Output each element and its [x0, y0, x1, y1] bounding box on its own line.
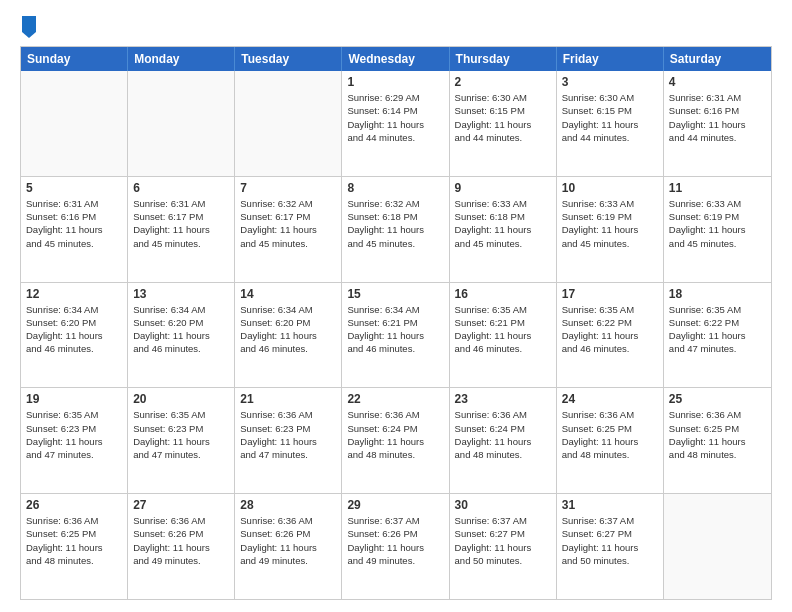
- day-number: 18: [669, 287, 766, 301]
- calendar-cell: 13Sunrise: 6:34 AM Sunset: 6:20 PM Dayli…: [128, 283, 235, 388]
- calendar-cell: 11Sunrise: 6:33 AM Sunset: 6:19 PM Dayli…: [664, 177, 771, 282]
- day-info: Sunrise: 6:34 AM Sunset: 6:20 PM Dayligh…: [26, 303, 122, 356]
- day-number: 9: [455, 181, 551, 195]
- day-info: Sunrise: 6:36 AM Sunset: 6:24 PM Dayligh…: [455, 408, 551, 461]
- calendar-cell: 7Sunrise: 6:32 AM Sunset: 6:17 PM Daylig…: [235, 177, 342, 282]
- calendar-cell: 20Sunrise: 6:35 AM Sunset: 6:23 PM Dayli…: [128, 388, 235, 493]
- calendar-cell: 17Sunrise: 6:35 AM Sunset: 6:22 PM Dayli…: [557, 283, 664, 388]
- day-number: 25: [669, 392, 766, 406]
- day-info: Sunrise: 6:36 AM Sunset: 6:26 PM Dayligh…: [133, 514, 229, 567]
- day-number: 31: [562, 498, 658, 512]
- calendar-cell: [21, 71, 128, 176]
- calendar-cell: 5Sunrise: 6:31 AM Sunset: 6:16 PM Daylig…: [21, 177, 128, 282]
- day-info: Sunrise: 6:36 AM Sunset: 6:25 PM Dayligh…: [26, 514, 122, 567]
- calendar-cell: 1Sunrise: 6:29 AM Sunset: 6:14 PM Daylig…: [342, 71, 449, 176]
- day-number: 5: [26, 181, 122, 195]
- header: [20, 16, 772, 38]
- calendar-page: SundayMondayTuesdayWednesdayThursdayFrid…: [0, 0, 792, 612]
- calendar-cell: 26Sunrise: 6:36 AM Sunset: 6:25 PM Dayli…: [21, 494, 128, 599]
- calendar-cell: 15Sunrise: 6:34 AM Sunset: 6:21 PM Dayli…: [342, 283, 449, 388]
- day-header-thursday: Thursday: [450, 47, 557, 71]
- day-number: 2: [455, 75, 551, 89]
- day-info: Sunrise: 6:35 AM Sunset: 6:22 PM Dayligh…: [562, 303, 658, 356]
- day-number: 19: [26, 392, 122, 406]
- day-header-sunday: Sunday: [21, 47, 128, 71]
- calendar-cell: 3Sunrise: 6:30 AM Sunset: 6:15 PM Daylig…: [557, 71, 664, 176]
- day-info: Sunrise: 6:35 AM Sunset: 6:21 PM Dayligh…: [455, 303, 551, 356]
- calendar-cell: 10Sunrise: 6:33 AM Sunset: 6:19 PM Dayli…: [557, 177, 664, 282]
- day-number: 3: [562, 75, 658, 89]
- day-number: 16: [455, 287, 551, 301]
- calendar-cell: 16Sunrise: 6:35 AM Sunset: 6:21 PM Dayli…: [450, 283, 557, 388]
- calendar-cell: 29Sunrise: 6:37 AM Sunset: 6:26 PM Dayli…: [342, 494, 449, 599]
- calendar-cell: 21Sunrise: 6:36 AM Sunset: 6:23 PM Dayli…: [235, 388, 342, 493]
- day-info: Sunrise: 6:32 AM Sunset: 6:18 PM Dayligh…: [347, 197, 443, 250]
- calendar-body: 1Sunrise: 6:29 AM Sunset: 6:14 PM Daylig…: [21, 71, 771, 599]
- day-info: Sunrise: 6:33 AM Sunset: 6:19 PM Dayligh…: [562, 197, 658, 250]
- calendar-cell: 23Sunrise: 6:36 AM Sunset: 6:24 PM Dayli…: [450, 388, 557, 493]
- calendar-cell: 18Sunrise: 6:35 AM Sunset: 6:22 PM Dayli…: [664, 283, 771, 388]
- day-number: 17: [562, 287, 658, 301]
- day-info: Sunrise: 6:36 AM Sunset: 6:26 PM Dayligh…: [240, 514, 336, 567]
- day-header-friday: Friday: [557, 47, 664, 71]
- day-header-monday: Monday: [128, 47, 235, 71]
- week-row-2: 5Sunrise: 6:31 AM Sunset: 6:16 PM Daylig…: [21, 177, 771, 283]
- calendar-cell: 22Sunrise: 6:36 AM Sunset: 6:24 PM Dayli…: [342, 388, 449, 493]
- day-number: 26: [26, 498, 122, 512]
- day-number: 23: [455, 392, 551, 406]
- day-info: Sunrise: 6:34 AM Sunset: 6:20 PM Dayligh…: [133, 303, 229, 356]
- day-info: Sunrise: 6:37 AM Sunset: 6:26 PM Dayligh…: [347, 514, 443, 567]
- day-info: Sunrise: 6:35 AM Sunset: 6:23 PM Dayligh…: [26, 408, 122, 461]
- calendar-cell: 31Sunrise: 6:37 AM Sunset: 6:27 PM Dayli…: [557, 494, 664, 599]
- calendar-cell: 4Sunrise: 6:31 AM Sunset: 6:16 PM Daylig…: [664, 71, 771, 176]
- calendar: SundayMondayTuesdayWednesdayThursdayFrid…: [20, 46, 772, 600]
- calendar-cell: 12Sunrise: 6:34 AM Sunset: 6:20 PM Dayli…: [21, 283, 128, 388]
- calendar-cell: 28Sunrise: 6:36 AM Sunset: 6:26 PM Dayli…: [235, 494, 342, 599]
- day-number: 4: [669, 75, 766, 89]
- calendar-cell: 24Sunrise: 6:36 AM Sunset: 6:25 PM Dayli…: [557, 388, 664, 493]
- calendar-header-row: SundayMondayTuesdayWednesdayThursdayFrid…: [21, 47, 771, 71]
- day-header-wednesday: Wednesday: [342, 47, 449, 71]
- day-number: 7: [240, 181, 336, 195]
- day-info: Sunrise: 6:34 AM Sunset: 6:21 PM Dayligh…: [347, 303, 443, 356]
- day-number: 8: [347, 181, 443, 195]
- day-info: Sunrise: 6:36 AM Sunset: 6:24 PM Dayligh…: [347, 408, 443, 461]
- day-number: 12: [26, 287, 122, 301]
- calendar-cell: 27Sunrise: 6:36 AM Sunset: 6:26 PM Dayli…: [128, 494, 235, 599]
- day-info: Sunrise: 6:31 AM Sunset: 6:17 PM Dayligh…: [133, 197, 229, 250]
- svg-marker-0: [22, 16, 36, 38]
- week-row-3: 12Sunrise: 6:34 AM Sunset: 6:20 PM Dayli…: [21, 283, 771, 389]
- week-row-5: 26Sunrise: 6:36 AM Sunset: 6:25 PM Dayli…: [21, 494, 771, 599]
- day-info: Sunrise: 6:36 AM Sunset: 6:25 PM Dayligh…: [669, 408, 766, 461]
- day-number: 22: [347, 392, 443, 406]
- calendar-cell: 6Sunrise: 6:31 AM Sunset: 6:17 PM Daylig…: [128, 177, 235, 282]
- day-number: 21: [240, 392, 336, 406]
- day-info: Sunrise: 6:37 AM Sunset: 6:27 PM Dayligh…: [455, 514, 551, 567]
- week-row-4: 19Sunrise: 6:35 AM Sunset: 6:23 PM Dayli…: [21, 388, 771, 494]
- day-number: 30: [455, 498, 551, 512]
- calendar-cell: 19Sunrise: 6:35 AM Sunset: 6:23 PM Dayli…: [21, 388, 128, 493]
- day-number: 20: [133, 392, 229, 406]
- calendar-cell: 2Sunrise: 6:30 AM Sunset: 6:15 PM Daylig…: [450, 71, 557, 176]
- week-row-1: 1Sunrise: 6:29 AM Sunset: 6:14 PM Daylig…: [21, 71, 771, 177]
- calendar-cell: [235, 71, 342, 176]
- day-info: Sunrise: 6:30 AM Sunset: 6:15 PM Dayligh…: [455, 91, 551, 144]
- day-header-saturday: Saturday: [664, 47, 771, 71]
- day-info: Sunrise: 6:36 AM Sunset: 6:23 PM Dayligh…: [240, 408, 336, 461]
- day-info: Sunrise: 6:33 AM Sunset: 6:18 PM Dayligh…: [455, 197, 551, 250]
- day-info: Sunrise: 6:37 AM Sunset: 6:27 PM Dayligh…: [562, 514, 658, 567]
- day-info: Sunrise: 6:30 AM Sunset: 6:15 PM Dayligh…: [562, 91, 658, 144]
- day-number: 10: [562, 181, 658, 195]
- day-number: 27: [133, 498, 229, 512]
- day-number: 24: [562, 392, 658, 406]
- day-info: Sunrise: 6:29 AM Sunset: 6:14 PM Dayligh…: [347, 91, 443, 144]
- day-number: 11: [669, 181, 766, 195]
- calendar-cell: 8Sunrise: 6:32 AM Sunset: 6:18 PM Daylig…: [342, 177, 449, 282]
- calendar-cell: 30Sunrise: 6:37 AM Sunset: 6:27 PM Dayli…: [450, 494, 557, 599]
- day-number: 13: [133, 287, 229, 301]
- day-info: Sunrise: 6:32 AM Sunset: 6:17 PM Dayligh…: [240, 197, 336, 250]
- day-number: 14: [240, 287, 336, 301]
- day-number: 29: [347, 498, 443, 512]
- day-number: 28: [240, 498, 336, 512]
- day-info: Sunrise: 6:35 AM Sunset: 6:23 PM Dayligh…: [133, 408, 229, 461]
